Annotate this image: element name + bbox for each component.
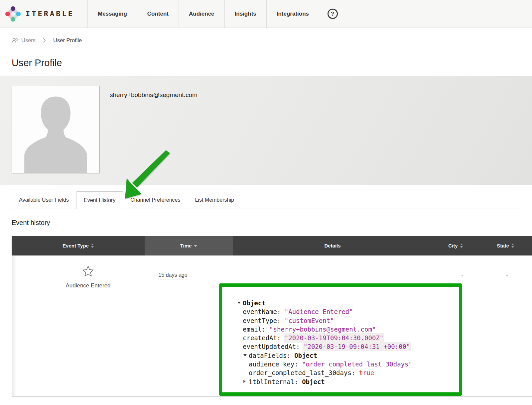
users-icon bbox=[12, 38, 19, 43]
page-title: User Profile bbox=[12, 57, 532, 68]
profile-summary: sherry+bobbins@segment.com bbox=[0, 76, 532, 185]
breadcrumb-section-label: Users bbox=[21, 37, 36, 44]
breadcrumb-users-link[interactable]: Users bbox=[12, 37, 36, 44]
nav-item-label: Insights bbox=[235, 11, 256, 17]
column-label: City bbox=[448, 243, 458, 249]
nav-item-messaging[interactable]: Messaging bbox=[88, 0, 137, 28]
table-header-row: Event Type Time Details City State bbox=[12, 236, 532, 255]
nav-item-label: Content bbox=[147, 11, 169, 17]
json-value: Object bbox=[243, 299, 266, 307]
json-value: true bbox=[359, 369, 374, 376]
collapse-triangle-icon[interactable] bbox=[237, 302, 241, 304]
nav-item-label: Integrations bbox=[277, 11, 309, 17]
column-header-details: Details bbox=[233, 236, 432, 255]
help-button[interactable]: ? bbox=[319, 0, 346, 28]
nav-item-label: Audience bbox=[189, 11, 214, 17]
sort-icon bbox=[91, 244, 94, 248]
iterable-logo-icon bbox=[5, 6, 21, 22]
help-icon: ? bbox=[328, 9, 338, 19]
json-line: createdAt: "2020-03-19T09:04:30.000Z" bbox=[237, 334, 456, 342]
city-cell: - bbox=[439, 272, 485, 278]
state-cell: - bbox=[484, 272, 530, 278]
json-value: "2020-03-19 09:04:31 +00:00" bbox=[304, 343, 410, 350]
chevron-right-icon bbox=[43, 38, 46, 43]
iterable-user-profile-page: { "nav": { "brand": "ITERABLE", "items":… bbox=[0, 0, 532, 405]
avatar-silhouette-icon bbox=[12, 86, 99, 173]
user-email: sherry+bobbins@segment.com bbox=[110, 91, 198, 99]
json-key: order_completed_last_30days: bbox=[249, 369, 359, 376]
relative-time[interactable]: 15 days ago bbox=[158, 272, 187, 279]
tab-available-user-fields[interactable]: Available User Fields bbox=[12, 191, 76, 209]
json-value: Object bbox=[302, 378, 325, 385]
column-header-state[interactable]: State bbox=[479, 236, 532, 255]
json-value: "order_completed_last_30days" bbox=[302, 360, 412, 368]
json-key: eventUpdatedAt: bbox=[243, 343, 304, 350]
event-details-json-viewer: Object eventName: "Audience Entered" eve… bbox=[219, 283, 462, 396]
table-row: Audience Entered 15 days ago Object even… bbox=[12, 255, 532, 397]
json-key: dataFields: bbox=[249, 352, 294, 359]
tab-label: Channel Preferences bbox=[130, 197, 180, 203]
collapse-triangle-icon[interactable] bbox=[243, 354, 247, 356]
column-label: State bbox=[497, 243, 509, 249]
tab-event-history[interactable]: Event History bbox=[76, 191, 123, 209]
breadcrumb-current: User Profile bbox=[53, 37, 82, 44]
json-key: itblInternal: bbox=[249, 378, 302, 385]
json-value: "2020-03-19T09:04:30.000Z" bbox=[285, 334, 383, 342]
json-key: createdAt: bbox=[243, 334, 285, 342]
json-key: eventType: bbox=[243, 317, 285, 324]
nav-item-content[interactable]: Content bbox=[137, 0, 179, 28]
nav-item-audience[interactable]: Audience bbox=[179, 0, 225, 28]
json-line: itblInternal: Object bbox=[237, 377, 456, 386]
tab-list-membership[interactable]: List Membership bbox=[188, 191, 241, 209]
column-label: Event Type bbox=[63, 243, 89, 249]
json-line: Object bbox=[237, 299, 456, 307]
main-menu: Messaging Content Audience Insights Inte… bbox=[88, 0, 319, 28]
nav-item-integrations[interactable]: Integrations bbox=[267, 0, 319, 28]
json-line: audience_key: "order_completed_last_30da… bbox=[237, 360, 456, 368]
column-header-city[interactable]: City bbox=[432, 236, 479, 255]
tab-label: List Membership bbox=[195, 197, 234, 203]
nav-item-insights[interactable]: Insights bbox=[225, 0, 267, 28]
json-line: eventUpdatedAt: "2020-03-19 09:04:31 +00… bbox=[237, 342, 456, 351]
json-line: eventType: "customEvent" bbox=[237, 316, 456, 325]
json-key: email: bbox=[243, 326, 269, 333]
brand-name: ITERABLE bbox=[26, 10, 74, 18]
nav-item-label: Messaging bbox=[98, 11, 127, 17]
json-value: "Audience Entered" bbox=[285, 308, 353, 315]
column-label: Details bbox=[324, 243, 340, 249]
column-header-event-type[interactable]: Event Type bbox=[12, 236, 145, 255]
sort-icon bbox=[511, 244, 514, 248]
json-value: "sherry+bobbins@segment.com" bbox=[269, 326, 376, 333]
profile-tabs: Available User Fields Event History Chan… bbox=[12, 191, 521, 209]
avatar bbox=[12, 86, 100, 173]
event-type-label: Audience Entered bbox=[22, 282, 155, 289]
json-line: dataFields: Object bbox=[237, 351, 456, 360]
event-history-table: Event Type Time Details City State Audie… bbox=[12, 236, 532, 397]
iterable-logo[interactable]: ITERABLE bbox=[0, 0, 88, 28]
json-key: eventName: bbox=[243, 308, 285, 315]
expand-triangle-icon[interactable] bbox=[243, 380, 246, 383]
json-line: order_completed_last_30days: true bbox=[237, 368, 456, 377]
json-line: eventName: "Audience Entered" bbox=[237, 307, 456, 316]
sort-icon bbox=[460, 244, 463, 248]
sort-desc-icon bbox=[194, 245, 197, 247]
tab-label: Event History bbox=[84, 197, 115, 203]
top-navigation: ITERABLE Messaging Content Audience Insi… bbox=[0, 0, 532, 28]
tab-channel-preferences[interactable]: Channel Preferences bbox=[123, 191, 188, 209]
star-icon bbox=[82, 265, 94, 277]
column-label: Time bbox=[180, 243, 192, 249]
json-key: audience_key: bbox=[249, 360, 302, 368]
column-header-time[interactable]: Time bbox=[145, 236, 233, 255]
breadcrumb: Users User Profile bbox=[12, 37, 532, 44]
tab-label: Available User Fields bbox=[19, 197, 69, 203]
json-line: email: "sherry+bobbins@segment.com" bbox=[237, 325, 456, 334]
json-value: Object bbox=[294, 352, 317, 359]
time-cell: 15 days ago bbox=[140, 272, 206, 278]
json-value: "customEvent" bbox=[285, 317, 334, 324]
section-heading: Event history bbox=[12, 219, 532, 227]
event-type-cell: Audience Entered bbox=[22, 265, 155, 289]
